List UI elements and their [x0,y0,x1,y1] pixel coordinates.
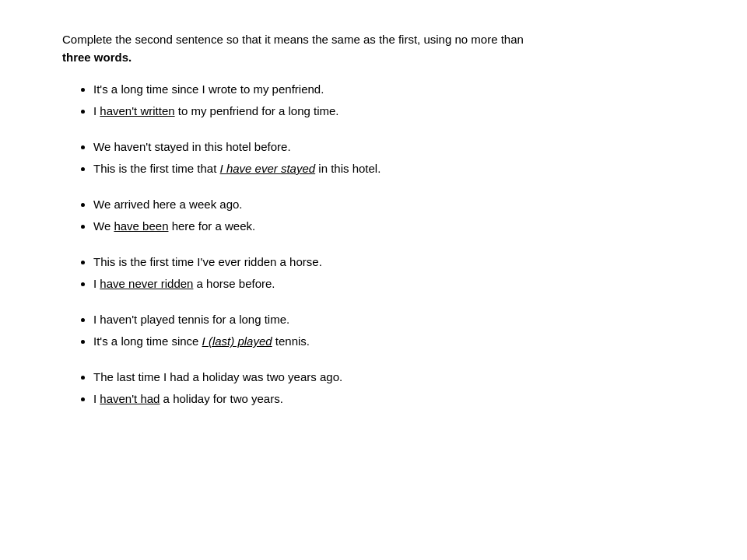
answer: have never ridden [100,277,193,290]
answer: I have ever stayed [220,162,316,175]
sentence-after: a horse before. [193,277,275,290]
list-item: I have never ridden a horse before. [93,275,685,293]
exercise-list: It's a long time since I wrote to my pen… [62,80,685,408]
instructions: Complete the second sentence so that it … [62,31,685,66]
sentence-text: The last time I had a holiday was two ye… [93,370,342,383]
sentence-before: It's a long time since [93,334,202,348]
answer: have been [114,219,168,233]
sentence-text: This is the first time I've ever ridden … [93,255,322,268]
instruction-line1: Complete the second sentence so that it … [62,33,524,46]
list-item: We arrived here a week ago. [93,195,685,214]
list-item: This is the first time I've ever ridden … [93,253,685,271]
sentence-text: We arrived here a week ago. [93,198,243,211]
spacer [93,296,685,307]
list-item: This is the first time that I have ever … [93,159,685,178]
list-item: I haven't played tennis for a long time. [93,310,685,329]
sentence-text: We haven't stayed in this hotel before. [93,140,291,153]
sentence-after: to my penfriend for a long time. [175,104,339,117]
list-item: I haven't had a holiday for two years. [93,390,685,408]
sentence-before: This is the first time that [93,162,220,175]
sentence-text: I haven't played tennis for a long time. [93,313,289,326]
sentence-after: tennis. [272,334,310,348]
sentence-after: here for a week. [168,219,255,233]
list-item: We have been here for a week. [93,217,685,236]
answer: I (last) played [202,334,272,348]
list-item: We haven't stayed in this hotel before. [93,138,685,156]
list-item: I haven't written to my penfriend for a … [93,102,685,121]
spacer [93,239,685,250]
answer: haven't written [100,104,174,117]
spacer [93,181,685,192]
sentence-text: It's a long time since I wrote to my pen… [93,82,324,96]
list-item: It's a long time since I (last) played t… [93,332,685,351]
list-item: The last time I had a holiday was two ye… [93,368,685,387]
list-item: It's a long time since I wrote to my pen… [93,80,685,99]
spacer [93,124,685,135]
instruction-line2: three words. [62,51,132,64]
sentence-after: a holiday for two years. [160,392,282,405]
sentence-after: in this hotel. [315,162,381,175]
spacer [93,354,685,365]
sentence-before: We [93,219,114,233]
answer: haven't had [100,392,160,405]
